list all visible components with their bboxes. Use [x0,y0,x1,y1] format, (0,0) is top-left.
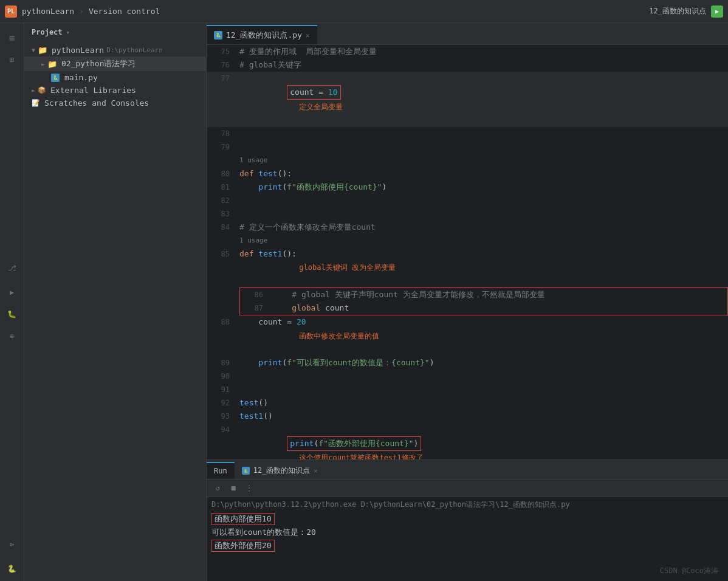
code-line-81: 81 print(f"函数内部使用{count}") [207,180,728,194]
code-line-77: 77 count = 10 定义全局变量 [207,72,728,127]
run-file-tab-label: 12_函数的知识点 [253,466,311,476]
external-label: External Libraries [50,86,136,95]
app-name: pythonLearn [22,7,74,16]
global-declaration-box: 86 # global 关键子声明count 为全局变量才能修改，不然就是局部变… [239,287,728,315]
code-line-76: 76 # global关键字 [207,58,728,72]
code-line-94: 94 print(f"函数外部使用{count}") 这个使用count就被函数… [207,423,728,460]
run-tab-close[interactable]: ✕ [314,467,317,474]
output-box-3: 函数外部使用20 [211,540,275,552]
expand-arrow-2: ► [41,61,45,67]
bottom-panel: Run 🐍 12_函数的知识点 ✕ ↺ ■ ⋮ D:\python\python… [207,459,728,581]
debug-side-icon[interactable]: 🐛 [2,304,22,324]
py-file-icon: 🐍 [51,74,60,82]
python-icon[interactable]: 🐍 [2,559,22,579]
panel-content: D:\python\python3.12.2\python.exe D:\pyt… [207,497,728,569]
run-command: D:\python\python3.12.2\python.exe D:\pyt… [211,500,723,510]
code-line-79: 79 [207,140,728,154]
current-file-label: 12_函数的知识点 [649,6,706,16]
expand-arrow-3: ► [32,87,35,94]
sidebar-item-02python[interactable]: ► 📁 02_python语法学习 [24,57,206,71]
restart-button[interactable]: ↺ [211,482,224,494]
code-line-87: 87 global count [240,301,727,315]
run-file-tab[interactable]: 🐍 12_函数的知识点 ✕ [235,462,325,479]
panel-toolbar: ↺ ■ ⋮ [207,480,728,497]
code-line-83: 83 [207,207,728,221]
print-external-box: print(f"函数外部使用{count}") [287,436,421,451]
sidebar-item-scratches[interactable]: 📝 Scratches and Consoles [24,97,206,109]
code-line-91: 91 [207,383,728,396]
code-line-90: 90 [207,370,728,383]
version-control-menu[interactable]: Version control [89,7,160,16]
tab-label: 12_函数的知识点.py [226,30,302,41]
external-icon: 📦 [38,86,46,94]
scratches-icon: 📝 [32,99,40,107]
output-text-2: 可以看到count的数值是：20 [211,527,316,538]
run-side-icon[interactable]: ▶ [2,283,22,302]
output-line-1: 函数内部使用10 [211,512,723,526]
code-line-80: 80 def test(): [207,167,728,180]
annotation-global-var: 定义全局变量 [299,100,343,114]
top-bar: PL pythonLearn › Version control 12_函数的知… [0,0,728,23]
usage-1: 1 usage [207,154,728,167]
project-icon[interactable]: ≡ [2,28,22,47]
git-icon[interactable]: ⎇ [2,258,22,278]
output-line-2: 可以看到count的数值是：20 [211,526,723,539]
code-line-85: 85 def test1(): global关键词 改为全局变量 [207,247,728,288]
project-path: D:\pythonLearn [106,46,163,54]
code-line-93: 93 test1() [207,410,728,423]
run-label: Run [214,467,227,475]
sidebar: Project ▾ ▼ 📁 pythonLearn D:\pythonLearn… [24,23,207,581]
annotation-modified-by-test1: 这个使用count就被函数test1修改了 [299,451,423,459]
project-label: Project [32,28,63,36]
more-button[interactable]: ⋮ [243,482,255,494]
code-line-92: 92 test() [207,396,728,410]
run-tab[interactable]: Run [207,462,235,479]
layers-icon[interactable]: ⊕ [2,326,22,346]
folder-icon: 📁 [38,46,47,55]
stop-button[interactable]: ■ [227,482,239,494]
sidebar-item-mainpy[interactable]: 🐍 main.py [24,71,206,84]
panel-tabs: Run 🐍 12_函数的知识点 ✕ [207,460,728,480]
structure-icon[interactable]: ⊞ [2,50,22,69]
expand-arrow: ▼ [32,47,35,53]
code-line-78: 78 [207,127,728,140]
code-line-86: 86 # global 关键子声明count 为全局变量才能修改，不然就是局部变… [240,288,727,301]
code-line-82: 82 [207,194,728,207]
code-line-89: 89 print(f"可以看到count的数值是：{count}") [207,356,728,370]
code-line-75: 75 # 变量的作用域 局部变量和全局变量 [207,45,728,58]
sidebar-item-pythonlearn[interactable]: ▼ 📁 pythonLearn D:\pythonLearn [24,44,206,57]
annotation-global-keyword: global关键词 改为全局变量 [299,261,396,274]
run-button[interactable] [711,5,723,18]
tab-close-button[interactable]: ✕ [306,32,310,40]
left-action-bar: ≡ ⊞ ⎇ ▶ 🐛 ⊕ ⊳ 🐍 [0,23,24,581]
code-line-88: 88 count = 20 函数中修改全局变量的值 [207,315,728,356]
run-tab-py-icon: 🐍 [242,467,250,475]
sidebar-item-external[interactable]: ► 📦 External Libraries [24,84,206,97]
tab-bar: 🐍 12_函数的知识点.py ✕ [207,23,728,45]
output-line-3: 函数外部使用20 [211,539,723,552]
output-box-1: 函数内部使用10 [211,513,275,525]
folder-icon-2: 📁 [47,60,57,69]
code-line-84: 84 # 定义一个函数来修改全局变量count [207,221,728,234]
folder-02-label: 02_python语法学习 [61,58,136,69]
editor-tab[interactable]: 🐍 12_函数的知识点.py ✕ [207,25,317,44]
scratches-label: Scratches and Consoles [44,98,149,108]
app-icon: PL [5,5,17,18]
main-area: ≡ ⊞ ⎇ ▶ 🐛 ⊕ ⊳ 🐍 Project ▾ ▼ 📁 pythonLear… [0,23,728,581]
terminal-icon[interactable]: ⊳ [2,535,22,554]
watermark: CSDN @Coco涛涛 [660,566,718,576]
count10-box: count = 10 [287,85,340,100]
sidebar-header: Project ▾ [24,23,206,41]
annotation-modify-global: 函数中修改全局变量的值 [299,329,379,343]
tab-py-icon: 🐍 [214,31,222,40]
sidebar-content: ▼ 📁 pythonLearn D:\pythonLearn ► 📁 02_py… [24,41,206,581]
project-name: pythonLearn [52,46,104,55]
top-bar-right: 12_函数的知识点 [649,5,723,18]
mainpy-label: main.py [64,73,98,82]
project-dropdown-icon[interactable]: ▾ [66,29,70,36]
editor-area: 🐍 12_函数的知识点.py ✕ 75 # 变量的作用域 局部变量和全局变量 7… [207,23,728,581]
usage-2: 1 usage [207,234,728,247]
code-editor[interactable]: 75 # 变量的作用域 局部变量和全局变量 76 # global关键字 77 … [207,45,728,459]
